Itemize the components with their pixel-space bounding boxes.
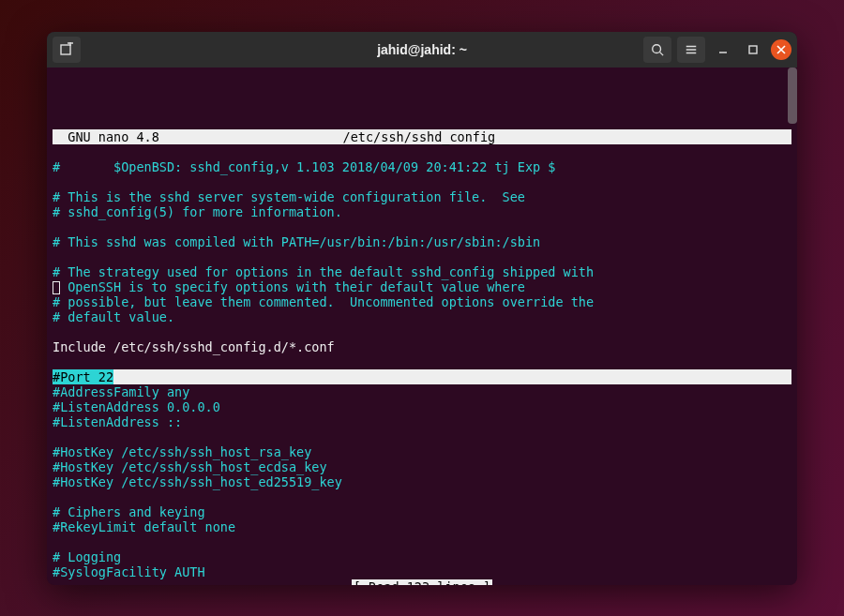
file-line: #Port 22 <box>53 369 113 384</box>
file-line: # This is the sshd server system-wide co… <box>53 189 525 204</box>
file-line: #RekeyLimit default none <box>53 519 235 534</box>
file-line: # Logging <box>53 549 121 564</box>
minimize-button[interactable] <box>711 38 735 62</box>
maximize-button[interactable] <box>741 38 765 62</box>
file-line: # The strategy used for options in the d… <box>53 264 594 279</box>
file-line: #ListenAddress 0.0.0.0 <box>53 399 220 414</box>
file-line: # default value. <box>53 309 174 324</box>
svg-line-4 <box>660 52 664 55</box>
new-tab-button[interactable] <box>53 37 81 63</box>
file-line: #HostKey /etc/ssh/ssh_host_ecdsa_key <box>53 459 327 474</box>
scrollbar[interactable] <box>788 68 797 124</box>
file-line: OpenSSH is to specify options with their… <box>60 279 525 294</box>
selected-line: #Port 22 <box>53 369 791 384</box>
file-line: #HostKey /etc/ssh/ssh_host_ed25519_key <box>53 474 342 489</box>
cursor <box>53 281 60 294</box>
svg-rect-9 <box>749 46 757 53</box>
file-line: #ListenAddress :: <box>53 414 182 429</box>
file-line: #AddressFamily any <box>53 384 189 399</box>
file-line: #SyslogFacility AUTH <box>53 564 205 579</box>
hamburger-icon <box>685 43 698 56</box>
hamburger-menu-button[interactable] <box>677 37 705 63</box>
minimize-icon <box>717 44 729 55</box>
file-line: # Ciphers and keying <box>53 504 205 519</box>
nano-status-line: [ Read 123 lines ] <box>53 579 791 585</box>
svg-rect-0 <box>61 45 70 54</box>
maximize-icon <box>747 44 759 55</box>
terminal-content[interactable]: GNU nano 4.8/etc/ssh/sshd_config # $Open… <box>47 68 797 585</box>
file-line: # possible, but leave them commented. Un… <box>53 294 594 309</box>
svg-point-3 <box>653 44 661 53</box>
nano-status-text: [ Read 123 lines ] <box>352 579 492 585</box>
nano-version: GNU nano 4.8 <box>53 129 159 144</box>
search-button[interactable] <box>643 37 671 63</box>
file-line: Include /etc/ssh/sshd_config.d/*.conf <box>53 339 335 354</box>
close-button[interactable] <box>771 39 791 60</box>
nano-header: GNU nano 4.8/etc/ssh/sshd_config <box>53 129 791 144</box>
file-line: # sshd_config(5) for more information. <box>53 204 342 219</box>
nano-file-path: /etc/ssh/sshd_config <box>159 129 679 144</box>
terminal-window: jahid@jahid: ~ GNU nano 4.8/etc/ssh/sshd… <box>47 32 797 585</box>
new-tab-icon <box>59 42 74 57</box>
search-icon <box>651 43 664 56</box>
titlebar: jahid@jahid: ~ <box>47 32 797 68</box>
file-line: # This sshd was compiled with PATH=/usr/… <box>53 234 540 249</box>
file-line: #HostKey /etc/ssh/ssh_host_rsa_key <box>53 444 311 459</box>
file-line: # $OpenBSD: sshd_config,v 1.103 2018/04/… <box>53 159 555 174</box>
close-icon <box>776 45 786 54</box>
